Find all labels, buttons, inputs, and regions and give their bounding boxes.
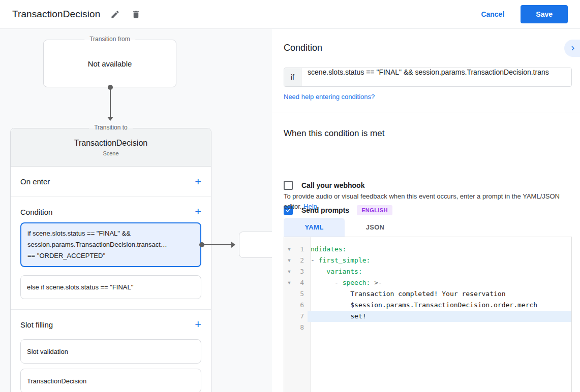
webhook-row: Call your webhook [284, 181, 364, 190]
call-webhook-checkbox[interactable] [284, 181, 293, 190]
tab-json[interactable]: JSON [345, 218, 406, 237]
fold-toggle-icon[interactable]: ▼ [284, 277, 294, 288]
fold-spacer [284, 300, 294, 311]
line-number: 1 [294, 244, 308, 255]
editor-lines: ▼1ndidates:▼2- first_simple:▼3 variants:… [284, 237, 571, 333]
line-number: 8 [294, 322, 308, 333]
flow-connector-arrowhead [107, 117, 113, 121]
panel-title: Condition [284, 43, 322, 53]
condition-line: session.params.TransactionDecision.trans… [27, 239, 194, 250]
add-condition-button[interactable]: + [195, 206, 201, 217]
line-number: 3 [294, 266, 308, 277]
line-code: variants: [308, 266, 571, 277]
line-code: $session.params.TransactionDecision.orde… [308, 300, 571, 311]
add-on-enter-button[interactable]: + [195, 176, 201, 187]
condition-section-label: Condition [20, 208, 52, 216]
transition-to-card: Transition to TransactionDecision Scene … [10, 128, 211, 392]
editor-line[interactable]: ▼3 variants: [284, 266, 571, 277]
line-code: ndidates: [308, 244, 571, 255]
chevron-right-icon [568, 44, 577, 53]
line-code: - speech: >- [308, 277, 571, 288]
when-condition-met-title: When this condition is met [284, 128, 384, 139]
line-number: 2 [294, 255, 308, 266]
transition-target-node [239, 232, 272, 258]
line-number: 5 [294, 288, 308, 300]
panel-divider [272, 113, 580, 113]
call-webhook-label: Call your webhook [301, 181, 364, 189]
on-enter-label: On enter [20, 177, 50, 186]
condition-expression-input[interactable]: scene.slots.status == "FINAL" && session… [301, 68, 571, 86]
condition-card-else[interactable]: else if scene.slots.status == "FINAL" [20, 275, 201, 299]
app-header: TransactionDecision Cancel Save [0, 0, 580, 29]
save-button[interactable]: Save [521, 5, 568, 23]
page-title: TransactionDecision [12, 9, 100, 20]
condition-help-link[interactable]: Need help entering conditions? [284, 93, 375, 101]
line-number: 7 [294, 311, 308, 322]
fold-toggle-icon[interactable]: ▼ [284, 244, 294, 255]
fold-spacer [284, 322, 294, 333]
add-slot-button[interactable]: + [195, 319, 201, 330]
tab-yaml[interactable]: YAML [284, 218, 345, 237]
fold-spacer [284, 311, 294, 322]
flow-connector-line [110, 87, 111, 117]
editor-line[interactable]: ▼2- first_simple: [284, 255, 571, 266]
line-code [308, 322, 571, 333]
line-number: 4 [294, 277, 308, 288]
condition-line: if scene.slots.status == "FINAL" && [27, 228, 194, 239]
line-code: - first_simple: [308, 255, 571, 266]
fold-toggle-icon[interactable]: ▼ [284, 266, 294, 277]
condition-connector-line [202, 244, 231, 245]
slot-filling-label: Slot filling [20, 320, 53, 329]
cancel-button[interactable]: Cancel [472, 6, 513, 23]
on-enter-section: On enter + [11, 167, 211, 197]
fold-spacer [284, 288, 294, 300]
slot-card-validation[interactable]: Slot validation [20, 339, 201, 364]
scene-type-label: Scene [103, 150, 118, 156]
if-prefix-label: if [284, 68, 301, 86]
scene-name: TransactionDecision [74, 139, 147, 148]
transition-from-box: Transition from Not available [43, 40, 176, 87]
editor-line[interactable]: ▼4 - speech: >- [284, 277, 571, 288]
editor-line[interactable]: 8 [284, 322, 571, 333]
condition-editor-panel: Condition if scene.slots.status == "FINA… [272, 29, 580, 392]
yaml-code-editor[interactable]: ▼1ndidates:▼2- first_simple:▼3 variants:… [284, 237, 572, 392]
condition-section: Condition + if scene.slots.status == "FI… [11, 197, 211, 310]
condition-card-selected[interactable]: if scene.slots.status == "FINAL" && sess… [20, 222, 201, 267]
line-code: Transaction completed! Your reservation [308, 288, 571, 300]
edit-title-button[interactable] [109, 9, 121, 20]
scene-card-header: TransactionDecision Scene [11, 128, 211, 167]
editor-line[interactable]: 7 set! [284, 311, 571, 322]
slot-card-transaction-decision[interactable]: TransactionDecision [20, 369, 201, 392]
editor-line[interactable]: ▼1ndidates: [284, 244, 571, 255]
trash-icon [131, 10, 141, 19]
editor-line[interactable]: 5 Transaction completed! Your reservatio… [284, 288, 571, 300]
scene-diagram-canvas: Transition from Not available Transition… [0, 29, 272, 392]
editor-line[interactable]: 6 $session.params.TransactionDecision.or… [284, 300, 571, 311]
slot-filling-section: Slot filling + Slot validation Transacti… [11, 310, 211, 392]
prompt-description-text: To provide audio or visual feedback when… [284, 192, 560, 210]
line-code: set! [308, 311, 571, 322]
transition-to-legend: Transition to [89, 124, 133, 131]
delete-scene-button[interactable] [130, 9, 142, 20]
transition-from-legend: Transition from [84, 36, 135, 43]
prompt-description: To provide audio or visual feedback when… [284, 191, 568, 212]
editor-format-tabs: YAML JSON [284, 218, 406, 237]
fold-toggle-icon[interactable]: ▼ [284, 255, 294, 266]
collapse-panel-button[interactable] [564, 40, 580, 57]
condition-line: == "ORDER_ACCEPTED" [27, 250, 194, 262]
condition-connector-arrowhead [231, 242, 235, 248]
line-number: 6 [294, 300, 308, 311]
pencil-icon [110, 10, 120, 19]
prompt-help-link[interactable]: Help [303, 203, 317, 210]
transition-from-content: Not available [44, 40, 176, 87]
condition-expression-row: if scene.slots.status == "FINAL" && sess… [284, 68, 572, 87]
